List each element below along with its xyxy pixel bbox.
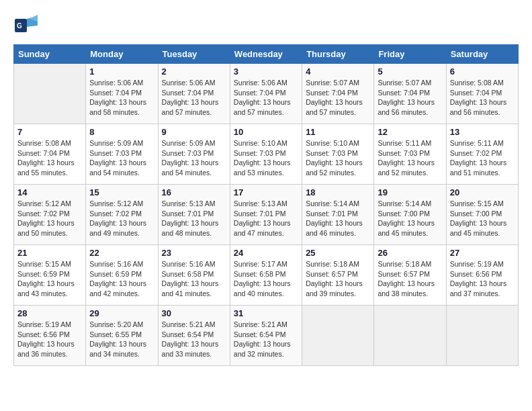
day-info: Daylight: 13 hours: [306, 279, 370, 289]
day-info: Sunrise: 5:15 AM: [450, 199, 515, 209]
day-info: Daylight: 13 hours: [162, 97, 226, 107]
day-info: and 52 minutes.: [306, 168, 370, 178]
col-header-sunday: Sunday: [14, 45, 86, 64]
day-info: Sunset: 7:04 PM: [306, 88, 370, 98]
day-cell: 16Sunrise: 5:13 AMSunset: 7:01 PMDayligh…: [158, 185, 230, 245]
day-info: and 43 minutes.: [17, 289, 82, 299]
day-cell: 23Sunrise: 5:16 AMSunset: 6:58 PMDayligh…: [158, 245, 230, 306]
day-cell: [446, 306, 518, 366]
calendar-table: SundayMondayTuesdayWednesdayThursdayFrid…: [13, 44, 519, 366]
day-cell: 8Sunrise: 5:09 AMSunset: 7:03 PMDaylight…: [86, 124, 158, 185]
day-number: 26: [378, 248, 442, 258]
day-number: 24: [234, 248, 298, 258]
day-info: Sunset: 6:56 PM: [450, 269, 515, 279]
day-info: Sunrise: 5:11 AM: [450, 138, 515, 148]
day-info: and 48 minutes.: [162, 228, 226, 238]
day-cell: 17Sunrise: 5:13 AMSunset: 7:01 PMDayligh…: [230, 185, 302, 245]
day-number: 14: [17, 187, 82, 197]
day-number: 9: [162, 127, 226, 137]
day-info: Sunset: 7:04 PM: [450, 88, 515, 98]
day-cell: 27Sunrise: 5:19 AMSunset: 6:56 PMDayligh…: [446, 245, 518, 306]
day-info: and 47 minutes.: [234, 228, 298, 238]
day-info: Sunrise: 5:07 AM: [378, 78, 442, 88]
day-info: Daylight: 13 hours: [17, 279, 82, 289]
day-info: Sunrise: 5:16 AM: [162, 259, 226, 269]
day-info: Sunrise: 5:21 AM: [234, 320, 298, 330]
day-info: and 34 minutes.: [89, 349, 154, 359]
day-info: Sunrise: 5:18 AM: [378, 259, 442, 269]
page-header: G: [13, 13, 519, 38]
day-info: and 40 minutes.: [234, 289, 298, 299]
day-info: Sunrise: 5:09 AM: [162, 138, 226, 148]
day-info: Sunrise: 5:06 AM: [234, 78, 298, 88]
day-info: Sunrise: 5:07 AM: [306, 78, 370, 88]
day-info: and 57 minutes.: [162, 107, 226, 118]
day-info: and 53 minutes.: [234, 168, 298, 178]
day-info: Sunrise: 5:10 AM: [234, 138, 298, 148]
col-header-tuesday: Tuesday: [158, 45, 230, 64]
day-info: and 32 minutes.: [234, 349, 298, 359]
day-cell: 5Sunrise: 5:07 AMSunset: 7:04 PMDaylight…: [374, 64, 446, 124]
day-info: Sunset: 7:01 PM: [306, 209, 370, 219]
day-number: 8: [89, 127, 154, 137]
day-number: 2: [162, 66, 226, 77]
day-number: 1: [89, 66, 154, 77]
day-cell: 19Sunrise: 5:14 AMSunset: 7:00 PMDayligh…: [374, 185, 446, 245]
day-cell: 26Sunrise: 5:18 AMSunset: 6:57 PMDayligh…: [374, 245, 446, 306]
header-row: SundayMondayTuesdayWednesdayThursdayFrid…: [14, 45, 519, 64]
day-info: Sunrise: 5:19 AM: [17, 320, 82, 330]
day-info: Sunrise: 5:11 AM: [378, 138, 442, 148]
day-number: 5: [378, 66, 442, 77]
day-info: and 45 minutes.: [450, 228, 515, 238]
day-info: Sunset: 7:01 PM: [162, 209, 226, 219]
day-info: and 37 minutes.: [450, 289, 515, 299]
day-info: Sunrise: 5:13 AM: [162, 199, 226, 209]
day-number: 25: [306, 248, 370, 258]
day-info: Sunrise: 5:08 AM: [17, 138, 82, 148]
day-info: Sunset: 7:03 PM: [89, 148, 154, 158]
day-info: Sunrise: 5:08 AM: [450, 78, 515, 88]
day-info: Sunset: 7:04 PM: [89, 88, 154, 98]
day-info: Sunset: 6:58 PM: [234, 269, 298, 279]
day-cell: 2Sunrise: 5:06 AMSunset: 7:04 PMDaylight…: [158, 64, 230, 124]
week-row-1: 1Sunrise: 5:06 AMSunset: 7:04 PMDaylight…: [14, 64, 519, 124]
day-info: Daylight: 13 hours: [17, 218, 82, 228]
day-cell: 21Sunrise: 5:15 AMSunset: 6:59 PMDayligh…: [14, 245, 86, 306]
day-info: and 38 minutes.: [378, 289, 442, 299]
day-number: 18: [306, 187, 370, 197]
calendar-body: 1Sunrise: 5:06 AMSunset: 7:04 PMDaylight…: [14, 64, 519, 366]
day-number: 22: [89, 248, 154, 258]
day-number: 3: [234, 66, 298, 77]
day-number: 6: [450, 66, 515, 77]
day-info: Sunset: 7:04 PM: [378, 88, 442, 98]
day-info: and 52 minutes.: [378, 168, 442, 178]
day-info: Daylight: 13 hours: [89, 218, 154, 228]
day-number: 16: [162, 187, 226, 197]
day-info: and 54 minutes.: [162, 168, 226, 178]
day-cell: 1Sunrise: 5:06 AMSunset: 7:04 PMDaylight…: [86, 64, 158, 124]
day-info: and 58 minutes.: [89, 107, 154, 118]
day-info: Sunset: 6:59 PM: [89, 269, 154, 279]
day-info: and 50 minutes.: [17, 228, 82, 238]
day-info: Daylight: 13 hours: [234, 279, 298, 289]
day-info: Sunrise: 5:13 AM: [234, 199, 298, 209]
day-number: 28: [17, 308, 82, 318]
day-info: and 56 minutes.: [450, 107, 515, 118]
day-cell: 25Sunrise: 5:18 AMSunset: 6:57 PMDayligh…: [302, 245, 374, 306]
day-info: Daylight: 13 hours: [378, 158, 442, 168]
day-info: Sunset: 6:54 PM: [234, 330, 298, 340]
day-info: and 39 minutes.: [306, 289, 370, 299]
day-cell: 13Sunrise: 5:11 AMSunset: 7:02 PMDayligh…: [446, 124, 518, 185]
day-cell: 3Sunrise: 5:06 AMSunset: 7:04 PMDaylight…: [230, 64, 302, 124]
day-number: 23: [162, 248, 226, 258]
day-number: 4: [306, 66, 370, 77]
calendar-header: SundayMondayTuesdayWednesdayThursdayFrid…: [14, 45, 519, 64]
day-info: Daylight: 13 hours: [89, 339, 154, 349]
day-info: Sunset: 7:02 PM: [450, 148, 515, 158]
day-info: Daylight: 13 hours: [306, 158, 370, 168]
day-info: Sunrise: 5:17 AM: [234, 259, 298, 269]
day-number: 12: [378, 127, 442, 137]
day-info: and 41 minutes.: [162, 289, 226, 299]
week-row-5: 28Sunrise: 5:19 AMSunset: 6:56 PMDayligh…: [14, 306, 519, 366]
day-number: 11: [306, 127, 370, 137]
